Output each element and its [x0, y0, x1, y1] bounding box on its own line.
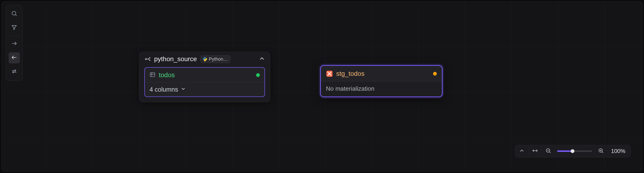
zoom-slider-fill — [557, 151, 572, 152]
asset-header-row[interactable]: todos — [145, 68, 264, 83]
svg-line-14 — [549, 152, 550, 153]
zoom-slider[interactable] — [557, 151, 592, 152]
source-group-title: python_source — [154, 55, 197, 63]
model-subtitle: No materialization — [321, 81, 442, 97]
toolbar-divider — [8, 36, 20, 36]
fit-width-button[interactable] — [528, 145, 542, 157]
python-icon — [202, 56, 208, 62]
source-group-header[interactable]: python_source Python… — [139, 52, 270, 66]
svg-line-1 — [15, 15, 16, 16]
search-button[interactable] — [8, 8, 20, 19]
arrow-right-icon — [11, 40, 18, 48]
table-icon — [150, 72, 156, 79]
zoom-in-icon — [598, 148, 604, 155]
zoom-out-button[interactable] — [542, 145, 555, 157]
svg-point-4 — [145, 58, 147, 60]
search-icon — [11, 10, 18, 18]
svg-rect-7 — [150, 73, 155, 76]
zoom-slider-thumb[interactable] — [571, 149, 574, 153]
swap-icon — [11, 68, 18, 76]
asset-card[interactable]: todos 4 columns — [144, 67, 265, 97]
status-dot-success — [256, 73, 260, 77]
bidirectional-button[interactable] — [8, 66, 20, 77]
zoom-out-icon — [545, 148, 551, 155]
svg-point-6 — [150, 60, 150, 61]
svg-line-17 — [602, 152, 603, 153]
svg-point-11 — [329, 73, 330, 74]
zoom-in-button[interactable] — [594, 145, 608, 157]
source-group-node[interactable]: python_source Python… — [139, 52, 270, 102]
collapse-all-button[interactable] — [515, 145, 528, 157]
svg-point-5 — [150, 57, 150, 58]
zoom-controls: 100% — [515, 145, 631, 158]
chevron-down-icon — [180, 86, 186, 93]
arrow-left-icon — [11, 54, 18, 62]
model-name: stg_todos — [336, 70, 364, 77]
model-node-header[interactable]: stg_todos — [321, 66, 442, 81]
columns-expand[interactable]: 4 columns — [145, 83, 264, 97]
language-tag-label: Python… — [209, 56, 228, 62]
columns-count-label: 4 columns — [150, 86, 178, 93]
filter-button[interactable] — [8, 22, 20, 33]
source-icon — [144, 56, 151, 62]
upstream-button[interactable] — [8, 52, 20, 63]
asset-name: todos — [159, 71, 175, 79]
status-dot-stale — [433, 72, 437, 76]
dbt-icon — [326, 70, 333, 77]
model-node[interactable]: stg_todos No materialization — [320, 65, 442, 97]
zoom-value: 100% — [608, 148, 630, 154]
chevron-up-icon — [519, 148, 525, 155]
graph-viewport: python_source Python… — [2, 1, 642, 172]
chevron-up-icon — [258, 59, 266, 63]
filter-icon — [11, 24, 18, 32]
svg-point-0 — [12, 11, 16, 15]
left-toolbar — [6, 5, 22, 81]
language-tag[interactable]: Python… — [200, 55, 230, 63]
downstream-button[interactable] — [8, 38, 20, 49]
collapse-toggle[interactable] — [258, 55, 266, 63]
fit-width-icon — [532, 148, 538, 155]
